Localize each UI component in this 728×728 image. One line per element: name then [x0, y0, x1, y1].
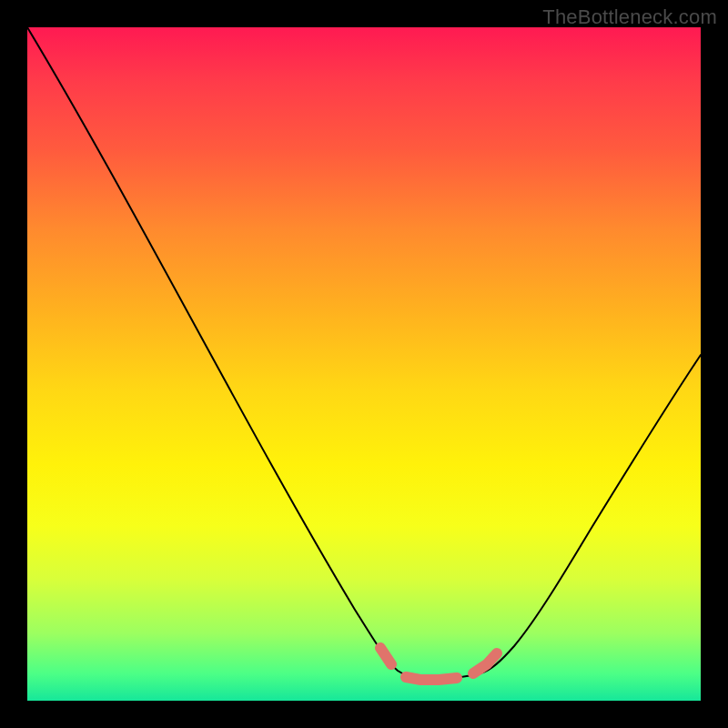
chart-stage: TheBottleneck.com	[0, 0, 728, 728]
plot-area	[27, 27, 701, 701]
bottleneck-curve	[27, 27, 701, 679]
watermark-text: TheBottleneck.com	[542, 5, 717, 29]
optimal-marker	[380, 648, 497, 680]
curve-layer	[27, 27, 701, 701]
